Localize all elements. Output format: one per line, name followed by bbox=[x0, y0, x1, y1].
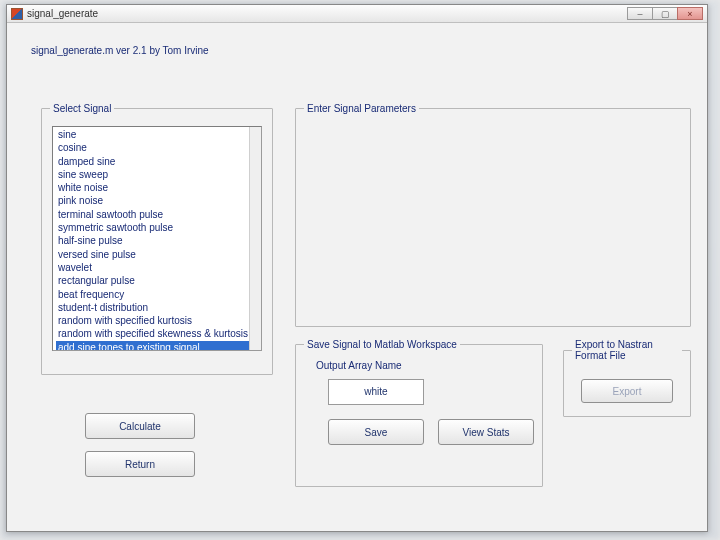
listbox-scrollbar[interactable] bbox=[249, 127, 261, 350]
select-signal-legend: Select Signal bbox=[50, 103, 114, 114]
list-item[interactable]: sine sweep bbox=[56, 168, 249, 181]
list-item[interactable]: pink noise bbox=[56, 194, 249, 207]
save-workspace-group: Save Signal to Matlab Workspace Output A… bbox=[295, 339, 543, 487]
window-controls: – ▢ × bbox=[628, 7, 703, 20]
export-nastran-legend: Export to Nastran Format File bbox=[572, 339, 682, 361]
export-button[interactable]: Export bbox=[581, 379, 673, 403]
client-area: signal_generate.m ver 2.1 by Tom Irvine … bbox=[7, 23, 707, 531]
list-item[interactable]: rectangular pulse bbox=[56, 274, 249, 287]
export-nastran-group: Export to Nastran Format File Export bbox=[563, 339, 691, 417]
list-item[interactable]: add sine tones to existing signal bbox=[56, 341, 249, 351]
output-array-input[interactable]: white bbox=[328, 379, 424, 405]
list-item[interactable]: cosine bbox=[56, 141, 249, 154]
minimize-button[interactable]: – bbox=[627, 7, 653, 20]
enter-parameters-legend: Enter Signal Parameters bbox=[304, 103, 419, 114]
signal-listbox[interactable]: sinecosinedamped sinesine sweepwhite noi… bbox=[52, 126, 262, 351]
list-item[interactable]: random with specified kurtosis bbox=[56, 314, 249, 327]
matlab-icon bbox=[11, 8, 23, 20]
save-workspace-legend: Save Signal to Matlab Workspace bbox=[304, 339, 460, 350]
list-item[interactable]: versed sine pulse bbox=[56, 248, 249, 261]
output-array-label: Output Array Name bbox=[316, 360, 534, 371]
signal-list-items: sinecosinedamped sinesine sweepwhite noi… bbox=[56, 128, 249, 351]
close-button[interactable]: × bbox=[677, 7, 703, 20]
window-title: signal_generate bbox=[27, 8, 98, 19]
list-item[interactable]: symmetric sawtooth pulse bbox=[56, 221, 249, 234]
enter-parameters-group: Enter Signal Parameters bbox=[295, 103, 691, 327]
list-item[interactable]: damped sine bbox=[56, 155, 249, 168]
app-window: signal_generate – ▢ × signal_generate.m … bbox=[6, 4, 708, 532]
save-button[interactable]: Save bbox=[328, 419, 424, 445]
list-item[interactable]: random with specified skewness & kurtosi… bbox=[56, 327, 249, 340]
return-button[interactable]: Return bbox=[85, 451, 195, 477]
select-signal-group: Select Signal sinecosinedamped sinesine … bbox=[41, 103, 273, 375]
list-item[interactable]: white noise bbox=[56, 181, 249, 194]
list-item[interactable]: half-sine pulse bbox=[56, 234, 249, 247]
list-item[interactable]: terminal sawtooth pulse bbox=[56, 208, 249, 221]
script-version-line: signal_generate.m ver 2.1 by Tom Irvine bbox=[31, 45, 693, 56]
titlebar[interactable]: signal_generate – ▢ × bbox=[7, 5, 707, 23]
list-item[interactable]: beat frequency bbox=[56, 288, 249, 301]
view-stats-button[interactable]: View Stats bbox=[438, 419, 534, 445]
list-item[interactable]: wavelet bbox=[56, 261, 249, 274]
list-item[interactable]: student-t distribution bbox=[56, 301, 249, 314]
list-item[interactable]: sine bbox=[56, 128, 249, 141]
maximize-button[interactable]: ▢ bbox=[652, 7, 678, 20]
calculate-button[interactable]: Calculate bbox=[85, 413, 195, 439]
